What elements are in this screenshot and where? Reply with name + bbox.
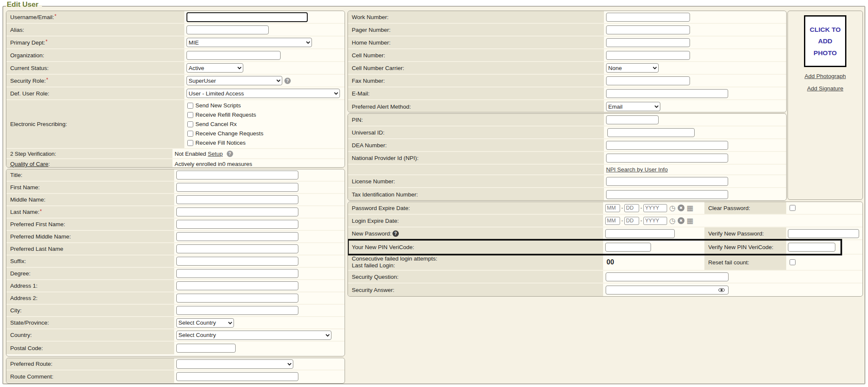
security-role-select[interactable]: SuperUser <box>186 76 282 85</box>
security-role-row: Security Role:* SuperUser? <box>6 75 345 87</box>
pin-input[interactable] <box>606 115 659 124</box>
tax-id-label: Tax Identification Number: <box>348 188 604 200</box>
security-answer-label: Security Answer: <box>348 283 603 296</box>
npi-input[interactable] <box>606 154 728 163</box>
security-question-input[interactable] <box>606 272 729 281</box>
add-photo-placeholder-text: CLICK TO ADD PHOTO <box>806 24 844 58</box>
add-signature-link[interactable]: Add Signature <box>807 85 843 92</box>
middle-name-input[interactable] <box>176 195 298 204</box>
address1-input[interactable] <box>176 281 298 290</box>
calendar-icon[interactable]: ▦ <box>687 205 693 212</box>
first-name-label: First Name: <box>6 182 174 193</box>
current-status-select[interactable]: Active <box>186 63 243 73</box>
password-expire-year-input[interactable] <box>643 204 667 212</box>
home-number-input[interactable] <box>606 38 690 47</box>
login-expire-year-input[interactable] <box>643 217 667 225</box>
calendar-icon[interactable]: ▦ <box>687 217 693 224</box>
license-number-input[interactable] <box>606 177 728 186</box>
two-step-setup-link[interactable]: Setup <box>208 151 223 157</box>
clock-icon[interactable]: ◷ <box>669 205 676 212</box>
alias-input[interactable] <box>186 25 269 34</box>
new-password-input[interactable] <box>605 229 675 238</box>
help-icon[interactable]: ? <box>392 230 399 237</box>
required-marker: * <box>55 13 57 19</box>
preferred-first-name-row: Preferred First Name: <box>6 219 345 231</box>
first-name-input[interactable] <box>176 183 298 192</box>
postal-code-input[interactable] <box>176 344 236 353</box>
home-number-label: Home Number: <box>348 36 604 48</box>
suffix-input[interactable] <box>176 257 298 266</box>
current-status-label: Current Status: <box>6 62 184 74</box>
email-input[interactable] <box>606 89 728 98</box>
preferred-last-name-label: Preferred Last Name <box>6 243 174 255</box>
receive-fill-notices-checkbox[interactable] <box>187 140 193 146</box>
city-row: City: <box>6 305 345 317</box>
state-province-select[interactable]: Select Country <box>176 318 234 328</box>
password-expire-month-input[interactable] <box>605 204 620 212</box>
verify-new-password-input[interactable] <box>788 229 859 238</box>
tax-id-input[interactable] <box>606 190 728 199</box>
pager-number-input[interactable] <box>606 25 690 34</box>
preferred-last-name-input[interactable] <box>176 244 298 253</box>
reset-fail-count-checkbox[interactable] <box>790 259 796 265</box>
login-expire-month-input[interactable] <box>605 217 620 225</box>
degree-input[interactable] <box>176 269 298 278</box>
add-photo-placeholder[interactable]: CLICK TO ADD PHOTO <box>804 15 846 67</box>
help-icon[interactable]: ? <box>227 151 233 157</box>
receive-refill-requests-checkbox[interactable] <box>187 112 193 118</box>
universal-id-input[interactable] <box>607 128 695 137</box>
add-photograph-link[interactable]: Add Photograph <box>804 73 846 79</box>
cell-carrier-select[interactable]: None <box>606 63 659 73</box>
dea-number-input[interactable] <box>606 141 728 150</box>
work-number-input[interactable] <box>606 13 690 22</box>
email-label: E-Mail: <box>348 87 604 99</box>
login-expire-day-input[interactable] <box>624 217 639 225</box>
preferred-first-name-input[interactable] <box>176 220 298 229</box>
cell-number-input[interactable] <box>606 51 690 60</box>
password-expire-day-input[interactable] <box>624 204 639 212</box>
alert-method-select[interactable]: Email <box>606 102 660 111</box>
last-name-row: Last Name:* <box>6 206 345 219</box>
security-answer-input[interactable] <box>606 286 729 294</box>
last-name-input[interactable] <box>176 208 298 216</box>
title-row: Title: <box>6 169 345 182</box>
alert-method-label: Preferred Alert Method: <box>348 100 604 112</box>
alias-label: Alias: <box>6 24 184 36</box>
receive-change-requests-checkbox[interactable] <box>187 131 193 137</box>
help-icon[interactable]: ? <box>284 78 291 84</box>
title-label: Title: <box>6 169 174 181</box>
show-password-eye-icon[interactable] <box>718 288 725 292</box>
preferred-middle-name-input[interactable] <box>176 232 298 241</box>
send-new-scripts-checkbox[interactable] <box>187 103 193 109</box>
verify-pin-vericode-input[interactable] <box>788 243 835 252</box>
cell-number-label: Cell Number: <box>348 49 604 61</box>
username-label: Username/Email:* <box>6 11 184 23</box>
eprescribing-option: Send Cancel Rx <box>187 120 237 129</box>
dea-number-label: DEA Number: <box>348 139 604 151</box>
fax-number-input[interactable] <box>606 76 690 85</box>
send-cancel-rx-checkbox[interactable] <box>187 121 193 127</box>
country-select[interactable]: Select Country <box>176 331 331 340</box>
eprescribing-row: Electronic Prescribing: Send New Scripts… <box>6 100 345 149</box>
title-input[interactable] <box>176 171 298 179</box>
clear-date-icon[interactable]: ✖ <box>678 205 684 211</box>
npi-search-link[interactable]: NPI Search by User Info <box>606 166 668 173</box>
pin-vericode-input[interactable] <box>605 243 651 252</box>
contact-section: Work Number: Pager Number: Home Number: … <box>348 11 787 112</box>
login-expire-empty-cell <box>704 215 862 227</box>
organization-input[interactable] <box>186 51 281 60</box>
verify-pin-vericode-label: Verify New PIN VeriCode: <box>704 240 786 254</box>
def-user-role-select[interactable]: User - Limited Access <box>186 89 340 98</box>
clear-password-checkbox[interactable] <box>790 205 796 211</box>
primary-dept-select[interactable]: MIE <box>186 38 312 47</box>
city-input[interactable] <box>176 306 298 315</box>
clear-date-icon[interactable]: ✖ <box>678 217 684 224</box>
quality-of-care-link[interactable]: Quality of Care <box>10 161 48 167</box>
clock-icon[interactable]: ◷ <box>669 217 676 224</box>
username-input[interactable] <box>186 12 308 22</box>
preferred-route-select[interactable] <box>176 359 293 369</box>
home-number-row: Home Number: <box>348 36 786 49</box>
address2-input[interactable] <box>176 294 298 303</box>
route-comment-input[interactable] <box>176 372 298 381</box>
npi-label: National Provider Id (NPI): <box>348 152 604 164</box>
